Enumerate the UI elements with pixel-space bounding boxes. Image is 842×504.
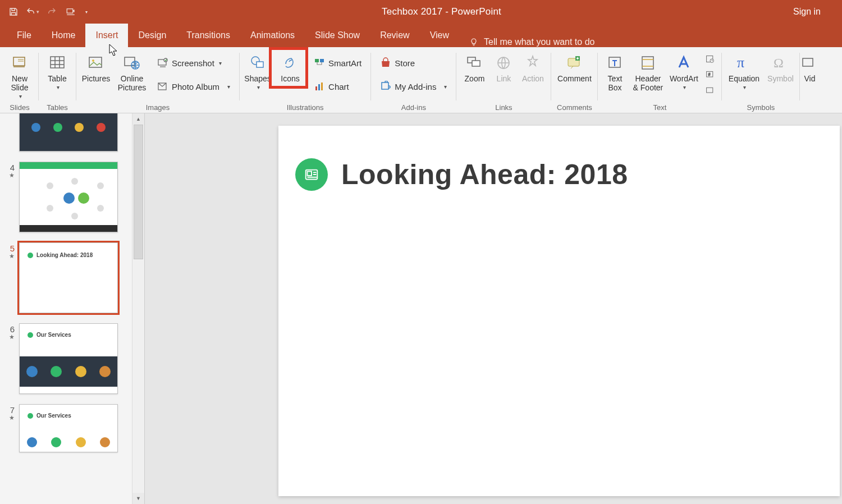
svg-rect-14: [315, 86, 317, 90]
title-bar: ▾ ▾ Techbox 2017 - PowerPoint Sign in: [0, 0, 842, 24]
photo-album-button[interactable]: Photo Album▾: [154, 75, 234, 98]
tell-me-placeholder: Tell me what you want to do: [484, 37, 594, 47]
smartart-button[interactable]: SmartArt: [310, 52, 365, 74]
svg-rect-11: [257, 62, 263, 67]
svg-text:#: #: [708, 72, 711, 76]
action-button[interactable]: Action: [518, 51, 547, 83]
thumb-number-6: 6: [10, 324, 15, 334]
pictures-button[interactable]: Pictures: [80, 51, 112, 83]
redo-icon[interactable]: [45, 5, 58, 19]
link-button[interactable]: Link: [491, 51, 516, 83]
lightbulb-icon: [469, 38, 478, 47]
shapes-button[interactable]: Shapes ▾: [243, 51, 272, 90]
video-button[interactable]: Vid: [802, 51, 817, 83]
screenshot-button[interactable]: Screenshot▾: [154, 52, 234, 74]
group-media: Vid: [801, 49, 818, 113]
svg-rect-16: [321, 83, 323, 90]
svg-point-8: [164, 58, 167, 62]
slide-thumb-3[interactable]: [19, 113, 118, 152]
slide-thumb-7[interactable]: Our Services: [19, 404, 118, 452]
tab-slideshow[interactable]: Slide Show: [305, 24, 370, 47]
slide-thumb-5[interactable]: Looking Ahead: 2018: [19, 242, 118, 313]
wordart-button[interactable]: WordArt ▾: [667, 51, 700, 90]
slide-thumb-4[interactable]: [19, 162, 118, 232]
scroll-up-button[interactable]: ▲: [132, 113, 144, 125]
zoom-button[interactable]: Zoom: [460, 51, 489, 83]
new-slide-button[interactable]: New Slide ▾: [2, 51, 37, 99]
tab-insert[interactable]: Insert: [85, 24, 128, 47]
svg-rect-19: [472, 61, 480, 66]
object-icon: [706, 85, 715, 96]
store-icon: [380, 57, 391, 68]
object-button[interactable]: [704, 83, 716, 98]
save-icon[interactable]: [7, 5, 20, 19]
tab-home[interactable]: Home: [42, 24, 86, 47]
group-label-symbols: Symbols: [725, 102, 796, 113]
group-slides: New Slide ▾ Slides: [2, 49, 37, 113]
header-footer-icon: [638, 53, 658, 73]
tab-transitions[interactable]: Transitions: [176, 24, 240, 47]
store-button[interactable]: Store: [377, 52, 450, 74]
pictures-icon: [86, 53, 106, 73]
thumbnail-scrollbar[interactable]: ▲ ▼: [132, 113, 144, 504]
svg-rect-24: [642, 57, 653, 69]
tab-view[interactable]: View: [420, 24, 459, 47]
svg-rect-13: [320, 59, 324, 62]
tell-me-search[interactable]: Tell me what you want to do: [459, 37, 594, 47]
header-footer-button[interactable]: Header & Footer: [630, 51, 665, 92]
sign-in-link[interactable]: Sign in: [793, 7, 838, 17]
annotation-highlight-box: [269, 47, 308, 89]
ribbon: New Slide ▾ Slides Table ▾ Tables: [0, 47, 842, 113]
group-label-images: Images: [80, 102, 236, 113]
chart-button[interactable]: Chart: [310, 75, 365, 98]
smartart-icon: [314, 57, 325, 68]
symbol-button[interactable]: Ω Symbol: [765, 51, 796, 83]
group-images: Pictures Online Pictures Screenshot▾: [77, 49, 238, 113]
scroll-handle[interactable]: [134, 125, 143, 259]
slide-canvas[interactable]: Looking Ahead: 2018: [278, 126, 840, 496]
svg-text:Ω: Ω: [774, 56, 784, 70]
qat-customize-caret[interactable]: ▾: [83, 5, 90, 19]
my-addins-button[interactable]: My Add-ins▾: [377, 75, 450, 98]
table-dropdown-caret[interactable]: ▾: [56, 84, 60, 90]
new-slide-dropdown-caret[interactable]: ▾: [18, 93, 22, 99]
scroll-down-button[interactable]: ▼: [132, 493, 144, 504]
svg-rect-32: [803, 58, 813, 66]
tab-design[interactable]: Design: [128, 24, 176, 47]
svg-point-4: [92, 59, 94, 62]
slide-thumbnail-panel: 4★ 5★ Looking Ahead: 20: [0, 113, 145, 504]
my-addins-icon: [380, 81, 391, 92]
date-time-icon: [706, 53, 715, 65]
group-label-comments: Comments: [555, 102, 594, 113]
slide-number-button[interactable]: #: [704, 67, 716, 82]
thumb-row-3: [4, 113, 130, 152]
date-time-button[interactable]: [704, 52, 716, 66]
tab-file[interactable]: File: [7, 24, 42, 47]
start-from-beginning-icon[interactable]: [64, 5, 77, 19]
group-label-slides: Slides: [4, 102, 35, 113]
slide-number-icon: #: [706, 69, 715, 80]
tab-review[interactable]: Review: [370, 24, 419, 47]
slide-title-text[interactable]: Looking Ahead: 2018: [341, 158, 628, 191]
comment-button[interactable]: Comment: [553, 51, 595, 83]
slide-stage: Looking Ahead: 2018: [145, 113, 842, 504]
shapes-icon: [248, 53, 268, 73]
action-icon: [523, 53, 543, 73]
table-button[interactable]: Table ▾: [40, 51, 75, 90]
equation-button[interactable]: π Equation ▾: [725, 51, 762, 90]
tab-animations[interactable]: Animations: [240, 24, 305, 47]
window-title: Techbox 2017 - PowerPoint: [90, 6, 793, 17]
thumb-row-5: 5★ Looking Ahead: 2018: [4, 242, 130, 313]
slide-thumb-6[interactable]: Our Services: [19, 323, 118, 394]
text-box-button[interactable]: Text Box: [601, 51, 628, 92]
online-pictures-icon: [122, 53, 142, 73]
video-icon: [799, 53, 820, 73]
group-links: Zoom Link Action Links: [457, 49, 550, 113]
undo-icon[interactable]: ▾: [26, 5, 39, 19]
svg-text:π: π: [737, 54, 744, 71]
quick-access-toolbar: ▾ ▾: [4, 5, 90, 19]
undo-dropdown-caret[interactable]: ▾: [36, 9, 39, 15]
online-pictures-button[interactable]: Online Pictures: [115, 51, 149, 92]
symbol-icon: Ω: [770, 53, 790, 73]
svg-rect-3: [89, 57, 102, 67]
